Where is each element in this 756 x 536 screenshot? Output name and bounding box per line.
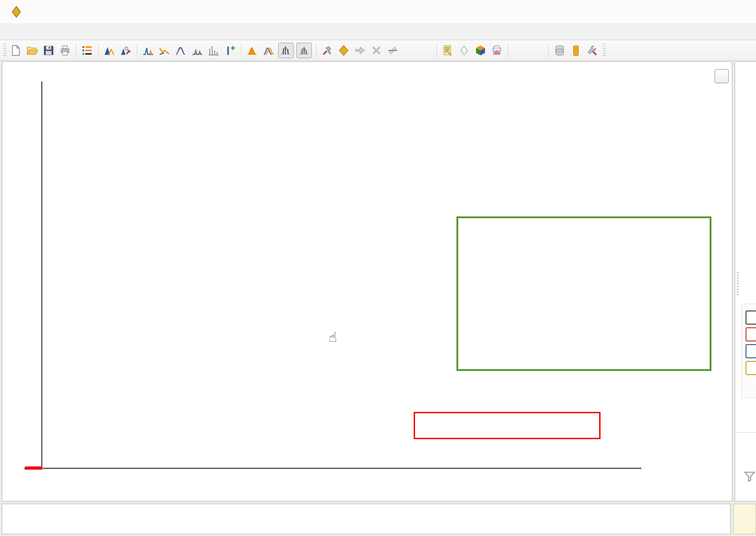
- report-button[interactable]: [441, 44, 455, 57]
- redo-button[interactable]: [530, 44, 543, 57]
- element-filter-button[interactable]: [746, 361, 756, 375]
- overlay-patterns-toggle[interactable]: [278, 43, 294, 58]
- print-button[interactable]: [58, 44, 72, 57]
- match-application-window: ☝: [0, 0, 756, 536]
- element-filter-box: [741, 304, 756, 398]
- element-filter-button[interactable]: [746, 311, 756, 325]
- right-sidebar: [735, 61, 756, 501]
- annotation-red-box: [414, 412, 601, 439]
- stack-patterns-toggle[interactable]: [296, 43, 312, 58]
- peak-search-button[interactable]: [141, 44, 155, 57]
- x-axis-line: [24, 468, 641, 469]
- save-button[interactable]: [42, 44, 55, 57]
- database-button[interactable]: [553, 44, 566, 57]
- reference-database-button[interactable]: [569, 44, 583, 57]
- element-filter-button[interactable]: [746, 327, 756, 341]
- toolbar-separator: [436, 44, 437, 57]
- filter-icon[interactable]: [743, 470, 756, 483]
- undo-button[interactable]: [512, 44, 526, 57]
- pattern-settings-button[interactable]: [119, 44, 133, 57]
- delete-candidates-button[interactable]: [370, 44, 383, 57]
- settings-tools-button[interactable]: [586, 44, 599, 57]
- pattern-diagram-button[interactable]: [103, 44, 116, 57]
- open-document-button[interactable]: [25, 44, 39, 57]
- toolbar: [0, 40, 756, 60]
- fourier-map-button[interactable]: [490, 44, 504, 57]
- toolbar-separator: [137, 44, 137, 57]
- restraints-tools-button[interactable]: [320, 44, 334, 57]
- view-list-button[interactable]: [80, 44, 94, 57]
- forward-step-button[interactable]: [353, 44, 367, 57]
- peak-list-button[interactable]: [190, 44, 204, 57]
- axis-origin-marker: [25, 466, 42, 470]
- bottom-panel: [2, 504, 731, 534]
- new-document-button[interactable]: [9, 44, 23, 57]
- diffraction-chart-panel[interactable]: ☝: [2, 61, 732, 501]
- element-filter-button[interactable]: [746, 344, 756, 358]
- title-bar: [0, 0, 756, 24]
- hand-cursor-icon: ☝: [329, 329, 337, 345]
- bottom-right-panel: [733, 504, 756, 534]
- toolbar-separator: [241, 44, 241, 57]
- sidebar-separator: [735, 432, 756, 433]
- toolbar-grip[interactable]: [603, 44, 606, 57]
- toolbar-grip[interactable]: [3, 44, 6, 57]
- edit-restraint-button[interactable]: [386, 44, 400, 57]
- st​ick-pattern-button[interactable]: [207, 44, 220, 57]
- fp-calculation-button[interactable]: [402, 44, 416, 57]
- crystal-structure-button[interactable]: [457, 44, 471, 57]
- zoom-in-button[interactable]: [715, 69, 729, 83]
- toolbar-separator: [76, 44, 76, 57]
- sidebar-grip[interactable]: [737, 272, 739, 296]
- annotation-green-box: [456, 216, 711, 371]
- match-search-button[interactable]: [337, 44, 350, 57]
- hkl-indexing-button[interactable]: [419, 44, 432, 57]
- add-peak-button[interactable]: [223, 44, 237, 57]
- unit-cell-button[interactable]: [474, 44, 487, 57]
- experimental-pattern-button[interactable]: [245, 44, 259, 57]
- background-subtract-button[interactable]: [158, 44, 171, 57]
- y-axis-line: [41, 81, 42, 469]
- toolbar-separator: [508, 44, 508, 57]
- profile-fit-button[interactable]: [174, 44, 188, 57]
- toolbar-separator: [98, 44, 99, 57]
- toolbar-separator: [316, 44, 316, 57]
- toolbar-separator: [548, 44, 549, 57]
- compare-patterns-button[interactable]: [262, 44, 275, 57]
- menu-bar: [0, 24, 756, 40]
- match-app-icon: [11, 6, 22, 18]
